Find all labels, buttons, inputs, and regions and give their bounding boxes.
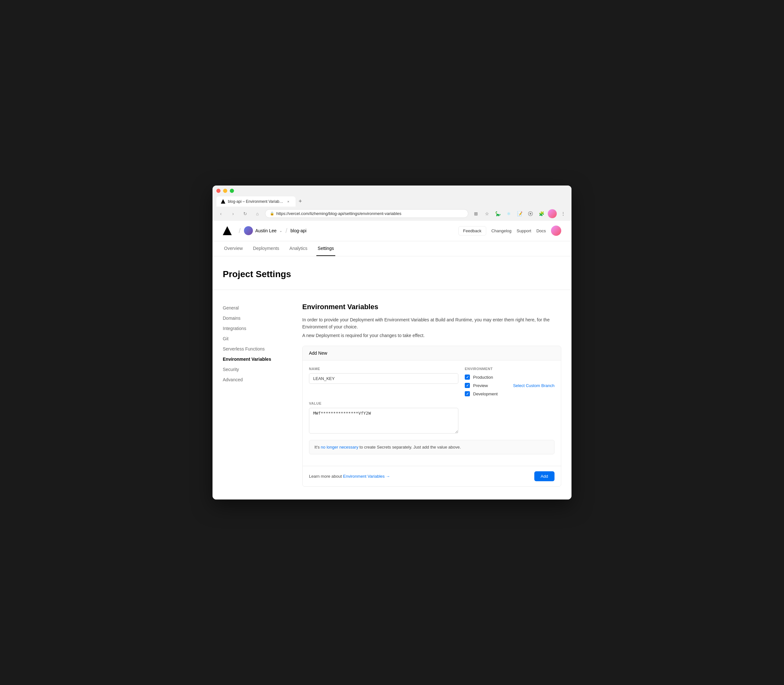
checkbox-group: Production Preview Select Custom B [465,375,555,396]
sidebar-item-security[interactable]: Security [223,364,287,375]
name-env-row: NAME ENVIRONMENT Production [309,367,555,396]
extensions-icon[interactable]: 🧩 [537,209,546,218]
tab-overview[interactable]: Overview [223,241,244,256]
sidebar-item-advanced[interactable]: Advanced [223,375,287,385]
svg-point-1 [530,213,531,214]
select-custom-branch-link[interactable]: Select Custom Branch [513,383,555,388]
lock-icon: 🔒 [270,211,274,216]
home-button[interactable]: ⌂ [253,209,262,218]
add-new-body: NAME ENVIRONMENT Production [303,360,561,466]
chevron-down-icon: ⌄ [279,229,282,233]
docs-link[interactable]: Docs [536,229,546,233]
feedback-button[interactable]: Feedback [458,226,486,235]
top-nav: / Austin Lee ⌄ / blog-api Feedback Chang… [213,221,571,241]
user-info[interactable]: Austin Lee ⌄ [244,226,282,235]
translate-icon[interactable]: ⊞ [472,209,480,218]
breadcrumb-sep-1: / [239,227,241,235]
forward-button[interactable]: › [229,209,237,218]
section-desc-1: In order to provide your Deployment with… [302,316,561,331]
checkbox-row-production: Production [465,375,555,380]
page-nav: Overview Deployments Analytics Settings [213,241,571,256]
app-content: / Austin Lee ⌄ / blog-api Feedback Chang… [213,221,571,500]
value-col: VALUE MWf***************VfY2W [309,401,458,435]
top-nav-right: Feedback Changelog Support Docs [458,226,561,236]
traffic-light-maximize[interactable] [230,189,234,193]
info-box: It's no longer necessary to create Secre… [309,440,555,455]
back-button[interactable]: ‹ [216,209,225,218]
user-profile-icon[interactable] [548,209,557,218]
checkbox-development[interactable] [465,391,470,396]
sidebar-item-git[interactable]: Git [223,334,287,344]
browser-tab[interactable]: blog-api – Environment Variab… × [216,196,296,207]
bookmark-icon[interactable]: ☆ [482,209,491,218]
new-tab-button[interactable]: + [296,196,306,207]
checkbox-left-preview: Preview [465,383,488,388]
traffic-light-close[interactable] [216,189,221,193]
checkbox-row-preview: Preview Select Custom Branch [465,383,555,388]
value-textarea[interactable]: MWf***************VfY2W [309,408,458,433]
environment-label: ENVIRONMENT [465,367,555,371]
sidebar-item-env-vars[interactable]: Environment Variables [223,354,287,364]
tab-favicon-icon [221,199,225,204]
section-title: Environment Variables [302,303,561,311]
sidebar-item-general[interactable]: General [223,303,287,313]
traffic-light-minimize[interactable] [223,189,227,193]
sidebar: General Domains Integrations Git Serverl… [223,303,287,487]
address-field[interactable]: 🔒 https://vercel.com/lizheming/blog-api/… [265,209,468,218]
support-link[interactable]: Support [517,229,532,233]
browser-chrome: blog-api – Environment Variab… × + [213,185,571,207]
info-text-after: to create Secrets separately. Just add t… [358,445,461,450]
project-name: blog-api [290,228,306,233]
learn-more-before: Learn more about [309,474,343,479]
sidebar-item-integrations[interactable]: Integrations [223,323,287,334]
no-longer-necessary-link[interactable]: no longer necessary [321,445,358,450]
checkbox-row-development: Development [465,391,555,396]
extension-edit-icon[interactable]: 📝 [515,209,524,218]
tab-bar: blog-api – Environment Variab… × + [216,196,568,207]
page-title: Project Settings [223,269,561,279]
section-desc-2: A new Deployment is required for your ch… [302,333,561,338]
browser-actions: ⊞ ☆ 🦕 ⚛ 📝 🧩 ⋮ [472,209,568,218]
name-input[interactable] [309,373,458,384]
content-area: Environment Variables In order to provid… [302,303,561,487]
main-layout: General Domains Integrations Git Serverl… [213,290,571,500]
vercel-logo-icon[interactable] [223,226,232,235]
info-text-before: It's [314,445,321,450]
extension-chrome-icon[interactable] [526,209,535,218]
add-new-card: Add New NAME ENVIRONMENT [302,346,561,487]
more-options-icon[interactable]: ⋮ [559,209,568,218]
extension-react-icon[interactable]: ⚛ [504,209,513,218]
extension-dino-icon[interactable]: 🦕 [493,209,502,218]
tab-close-button[interactable]: × [286,199,291,204]
traffic-lights [216,189,568,193]
tab-settings[interactable]: Settings [316,241,335,256]
sidebar-item-serverless[interactable]: Serverless Functions [223,344,287,354]
add-button[interactable]: Add [534,471,555,481]
tab-deployments[interactable]: Deployments [252,241,280,256]
top-nav-left: / Austin Lee ⌄ / blog-api [223,226,306,235]
user-avatar [244,226,253,235]
breadcrumb-sep-2: / [286,227,288,235]
refresh-button[interactable]: ↻ [241,209,250,218]
checkbox-label-production: Production [473,375,493,380]
name-label: NAME [309,367,458,371]
address-bar-row: ‹ › ↻ ⌂ 🔒 https://vercel.com/lizheming/b… [213,207,571,221]
user-name: Austin Lee [255,228,277,233]
checkbox-label-preview: Preview [473,383,488,388]
user-avatar-top[interactable] [551,226,561,236]
checkbox-preview[interactable] [465,383,470,388]
env-vars-learn-link[interactable]: Environment Variables → [343,474,390,479]
tab-analytics[interactable]: Analytics [288,241,309,256]
page-header: Project Settings [213,256,571,290]
url-text: https://vercel.com/lizheming/blog-api/se… [276,211,401,216]
value-label: VALUE [309,401,458,405]
env-col: ENVIRONMENT Production [465,367,555,396]
changelog-link[interactable]: Changelog [491,229,512,233]
add-new-header: Add New [303,346,561,360]
checkbox-left-production: Production [465,375,493,380]
card-footer: Learn more about Environment Variables →… [303,466,561,486]
learn-more-text: Learn more about Environment Variables → [309,474,390,479]
checkbox-production[interactable] [465,375,470,380]
name-col: NAME [309,367,458,384]
sidebar-item-domains[interactable]: Domains [223,313,287,323]
